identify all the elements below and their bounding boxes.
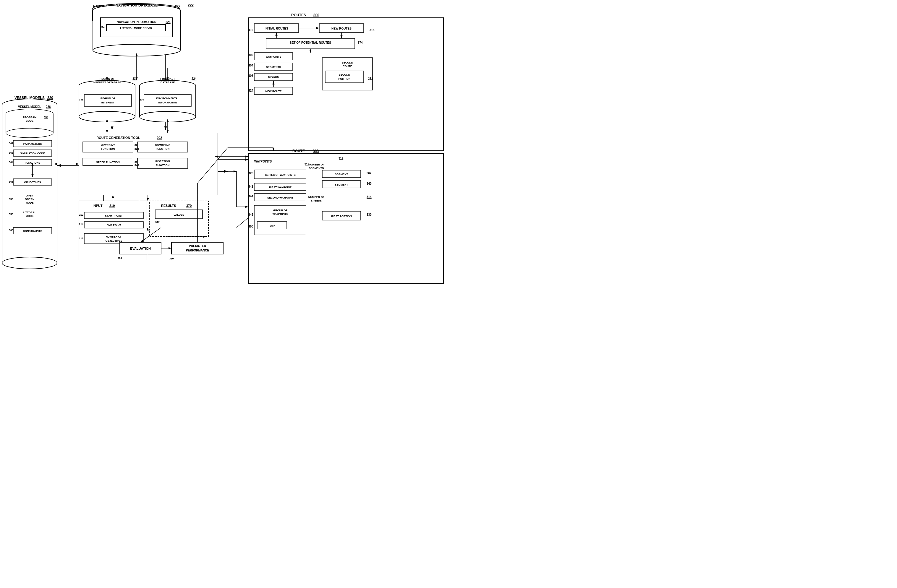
svg-text:224: 224 xyxy=(191,77,197,80)
svg-text:372: 372 xyxy=(155,221,160,224)
svg-text:364: 364 xyxy=(9,161,13,164)
svg-text:330: 330 xyxy=(367,213,372,216)
svg-text:348: 348 xyxy=(135,164,139,166)
svg-rect-100 xyxy=(144,95,191,106)
svg-text:START POINT: START POINT xyxy=(105,214,123,217)
svg-text:RESULTS: RESULTS xyxy=(161,204,176,208)
svg-text:INTEREST: INTEREST xyxy=(101,101,115,104)
svg-text:356: 356 xyxy=(9,198,13,201)
svg-text:SERIES OF WAYPOINTS: SERIES OF WAYPOINTS xyxy=(265,173,295,176)
svg-rect-88 xyxy=(84,95,132,106)
svg-text:PREDICTED: PREDICTED xyxy=(189,244,206,247)
svg-text:365: 365 xyxy=(9,229,13,232)
svg-text:ROUTES: ROUTES xyxy=(291,13,306,17)
svg-point-43 xyxy=(2,257,57,269)
svg-text:WAYPOINTS: WAYPOINTS xyxy=(272,212,288,215)
svg-point-83 xyxy=(79,111,135,122)
svg-text:300: 300 xyxy=(314,13,319,17)
svg-text:LITTORAL MODE AREAS: LITTORAL MODE AREAS xyxy=(120,27,152,29)
svg-text:370: 370 xyxy=(186,204,191,208)
svg-text:INFORMATION: INFORMATION xyxy=(158,101,177,104)
svg-text:PATH: PATH xyxy=(268,224,275,227)
svg-text:SET OF POTENTIAL ROUTES: SET OF POTENTIAL ROUTES xyxy=(290,41,331,44)
svg-text:OPEN: OPEN xyxy=(26,194,34,197)
svg-text:332: 332 xyxy=(368,77,373,80)
svg-text:NEW ROUTE: NEW ROUTE xyxy=(265,90,282,93)
svg-text:PERFORMANCE: PERFORMANCE xyxy=(186,249,209,252)
svg-text:324: 324 xyxy=(248,89,253,92)
svg-text:FUNCTION: FUNCTION xyxy=(101,147,115,150)
svg-text:318: 318 xyxy=(370,28,375,32)
svg-text:SEGMENTS: SEGMENTS xyxy=(309,166,324,170)
svg-text:INITIAL ROUTES: INITIAL ROUTES xyxy=(265,27,288,30)
svg-text:ROUTE GENERATION TOOL: ROUTE GENERATION TOOL xyxy=(96,136,140,139)
svg-text:VESSEL MODEL: VESSEL MODEL xyxy=(18,105,41,108)
svg-text:NAVIGATION INFORMATION: NAVIGATION INFORMATION xyxy=(117,20,156,24)
svg-text:ENVIRONMENTAL: ENVIRONMENTAL xyxy=(156,97,179,100)
svg-text:END POINT: END POINT xyxy=(106,224,121,227)
svg-text:358: 358 xyxy=(9,213,13,216)
svg-text:230: 230 xyxy=(139,98,144,101)
svg-text:PORTION: PORTION xyxy=(338,78,351,80)
svg-text:350: 350 xyxy=(248,225,253,228)
svg-text:363: 363 xyxy=(9,151,13,154)
svg-text:202: 202 xyxy=(157,136,162,139)
svg-text:226: 226 xyxy=(46,105,51,108)
svg-text:214: 214 xyxy=(79,223,83,226)
svg-text:WAYPOINTS: WAYPOINTS xyxy=(265,55,281,58)
svg-text:SECOND WAYPOINT: SECOND WAYPOINT xyxy=(267,196,294,199)
svg-text:ROUTE: ROUTE xyxy=(343,65,352,68)
svg-text:352: 352 xyxy=(117,256,122,259)
svg-text:340: 340 xyxy=(367,182,372,185)
svg-text:FIRST WAYPOINT: FIRST WAYPOINT xyxy=(269,186,291,189)
svg-text:NAVIGATION DATABASE: NAVIGATION DATABASE xyxy=(116,3,158,8)
svg-text:INTEREST DATABASE: INTEREST DATABASE xyxy=(93,81,121,84)
svg-text:COMBINING: COMBINING xyxy=(155,144,171,147)
svg-text:210: 210 xyxy=(109,204,115,208)
svg-text:212: 212 xyxy=(79,213,83,216)
svg-text:OBJECTIVES: OBJECTIVES xyxy=(24,181,41,184)
svg-text:SECOND: SECOND xyxy=(342,61,353,64)
svg-text:WAYPOINT: WAYPOINT xyxy=(101,144,115,147)
svg-text:220: 220 xyxy=(47,96,53,100)
svg-text:222: 222 xyxy=(188,3,194,8)
svg-text:VALUES: VALUES xyxy=(173,213,184,216)
svg-text:308: 308 xyxy=(313,149,319,153)
svg-rect-143 xyxy=(171,242,223,254)
svg-text:SEGMENT: SEGMENT xyxy=(335,183,348,186)
svg-text:VESSEL MODELS: VESSEL MODELS xyxy=(14,96,44,100)
svg-text:SECOND: SECOND xyxy=(339,73,351,76)
svg-text:306: 306 xyxy=(248,74,253,78)
svg-text:360: 360 xyxy=(169,257,173,260)
svg-text:SEGMENT: SEGMENT xyxy=(335,173,348,176)
svg-text:304: 304 xyxy=(248,64,253,67)
svg-text:PARAMETERS: PARAMETERS xyxy=(23,142,42,145)
svg-text:OCEAN: OCEAN xyxy=(25,198,35,201)
svg-text:MODE: MODE xyxy=(26,201,34,204)
svg-text:314: 314 xyxy=(367,195,372,199)
svg-text:216: 216 xyxy=(79,237,83,240)
svg-text:SEGMENTS: SEGMENTS xyxy=(266,66,281,69)
svg-text:EVALUATION: EVALUATION xyxy=(130,247,151,250)
svg-text:354: 354 xyxy=(44,116,48,119)
svg-text:323: 323 xyxy=(135,147,139,150)
svg-text:SPEEDS: SPEEDS xyxy=(268,75,279,78)
svg-text:342: 342 xyxy=(248,185,253,188)
svg-rect-179 xyxy=(325,71,364,83)
svg-text:374: 374 xyxy=(358,41,363,44)
diagram: NAVIGATION INFORMATION 228 LITTORAL MODE… xyxy=(0,0,448,294)
svg-text:346: 346 xyxy=(248,213,253,216)
svg-text:GROUP OF: GROUP OF xyxy=(273,209,287,212)
svg-text:SPEEDS: SPEEDS xyxy=(311,199,322,202)
svg-point-30 xyxy=(93,44,181,56)
svg-text:326: 326 xyxy=(248,172,253,175)
svg-text:WAYPOINTS: WAYPOINTS xyxy=(254,160,272,163)
svg-text:344: 344 xyxy=(248,195,253,198)
svg-text:CONSTRAINTS: CONSTRAINTS xyxy=(23,229,42,232)
svg-text:336: 336 xyxy=(79,98,83,101)
svg-text:362: 362 xyxy=(367,172,372,175)
svg-text:312: 312 xyxy=(338,157,344,160)
svg-text:359: 359 xyxy=(101,25,106,29)
svg-text:NUMBER OF: NUMBER OF xyxy=(106,235,122,238)
svg-text:INSERTION: INSERTION xyxy=(155,160,170,163)
